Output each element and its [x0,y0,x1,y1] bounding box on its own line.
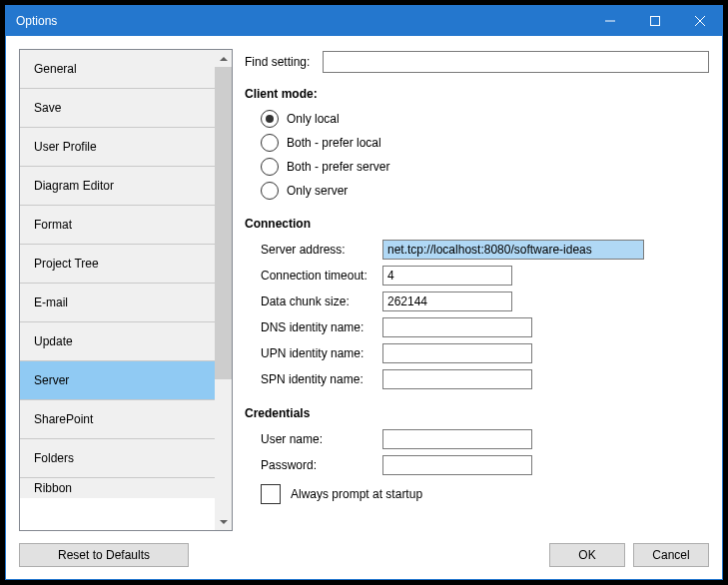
radio-label: Only local [287,112,340,126]
radio-label: Both - prefer server [287,160,389,174]
find-setting-input[interactable] [323,51,709,73]
titlebar: Options [6,6,722,36]
sidebar-item-project-tree[interactable]: Project Tree [20,245,215,284]
cancel-button[interactable]: Cancel [633,543,709,567]
client-mode-option[interactable]: Only local [261,107,709,131]
connection-timeout-label: Connection timeout: [245,269,382,283]
svg-marker-5 [220,520,228,524]
sidebar-item-update[interactable]: Update [20,322,215,361]
radio-icon [261,158,279,176]
radio-icon [261,110,279,128]
sidebar-item-sharepoint[interactable]: SharePoint [20,400,215,439]
client-mode-option[interactable]: Only server [261,179,709,203]
radio-icon [261,182,279,200]
category-list: GeneralSaveUser ProfileDiagram EditorFor… [20,50,215,530]
connection-title: Connection [245,217,709,231]
sidebar-item-e-mail[interactable]: E-mail [20,284,215,322]
sidebar-item-general[interactable]: General [20,50,215,89]
sidebar-item-folders[interactable]: Folders [20,439,215,478]
scroll-thumb[interactable] [215,67,232,379]
svg-rect-1 [650,17,659,26]
spn-identity-input[interactable] [382,369,532,389]
credentials-group: User name: Password: Always prompt at st… [245,426,709,504]
options-window: Options GeneralSaveUser ProfileDiagram E… [5,5,723,580]
dns-identity-input[interactable] [382,317,532,337]
connection-group: Server address: Connection timeout: Data… [245,237,709,392]
sidebar-item-format[interactable]: Format [20,206,215,245]
dialog-footer: Reset to Defaults OK Cancel [6,531,722,579]
always-prompt-label: Always prompt at startup [291,487,422,501]
maximize-button[interactable] [632,6,677,36]
credentials-title: Credentials [245,406,709,420]
scroll-track[interactable] [215,67,232,513]
sidebar-container: GeneralSaveUser ProfileDiagram EditorFor… [19,49,233,531]
data-chunk-input[interactable] [382,292,512,311]
svg-marker-4 [220,57,228,61]
server-address-label: Server address: [245,243,382,257]
client-mode-group: Only localBoth - prefer localBoth - pref… [245,107,709,203]
scroll-up-icon[interactable] [215,50,232,67]
dialog-body: GeneralSaveUser ProfileDiagram EditorFor… [6,36,722,531]
minimize-button[interactable] [587,6,632,36]
data-chunk-label: Data chunk size: [245,294,382,308]
always-prompt-checkbox[interactable] [261,484,281,504]
spn-identity-label: SPN identity name: [245,372,382,386]
sidebar-item-ribbon[interactable]: Ribbon [20,478,215,498]
close-button[interactable] [677,6,722,36]
password-label: Password: [245,458,382,472]
radio-icon [261,134,279,152]
client-mode-title: Client mode: [245,87,709,101]
sidebar-item-server[interactable]: Server [20,361,215,400]
sidebar-item-save[interactable]: Save [20,89,215,128]
username-label: User name: [245,432,382,446]
always-prompt-row: Always prompt at startup [245,484,709,504]
ok-button[interactable]: OK [549,543,625,567]
client-mode-option[interactable]: Both - prefer server [261,155,709,179]
client-mode-option[interactable]: Both - prefer local [261,131,709,155]
dns-identity-label: DNS identity name: [245,320,382,334]
window-title: Options [6,14,587,28]
scroll-down-icon[interactable] [215,513,232,530]
upn-identity-label: UPN identity name: [245,346,382,360]
sidebar-scrollbar[interactable] [215,50,232,530]
password-input[interactable] [382,455,532,475]
find-label: Find setting: [245,55,323,69]
reset-defaults-button[interactable]: Reset to Defaults [19,543,189,567]
sidebar-item-user-profile[interactable]: User Profile [20,128,215,167]
find-row: Find setting: [245,51,709,73]
settings-panel: Find setting: Client mode: Only localBot… [245,49,709,531]
username-input[interactable] [382,429,532,449]
radio-label: Only server [287,184,348,198]
upn-identity-input[interactable] [382,343,532,363]
sidebar-item-diagram-editor[interactable]: Diagram Editor [20,167,215,206]
server-address-input[interactable] [382,240,644,260]
radio-label: Both - prefer local [287,136,381,150]
connection-timeout-input[interactable] [382,266,512,286]
